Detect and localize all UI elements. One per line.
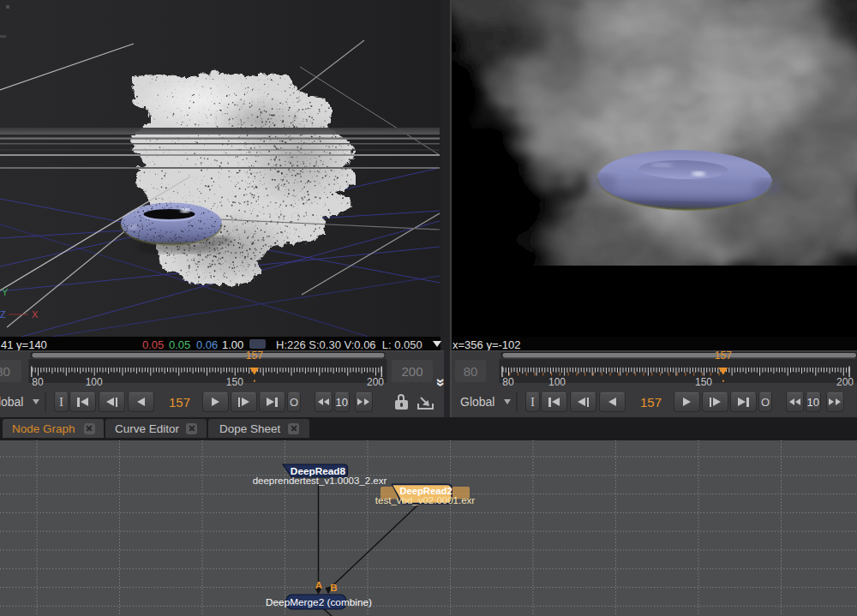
svg-text:X: X bbox=[32, 309, 39, 320]
svg-text:B: B bbox=[330, 583, 337, 593]
svg-text:test_vbd_v02.0001.exr: test_vbd_v02.0001.exr bbox=[375, 495, 476, 505]
svg-text:deeprendertest_v1.0003_2.exr: deeprendertest_v1.0003_2.exr bbox=[253, 475, 387, 486]
svg-text:200: 200 bbox=[836, 376, 854, 388]
svg-text:A: A bbox=[315, 580, 322, 590]
svg-text:150: 150 bbox=[226, 376, 243, 388]
svg-text:DeepMerge2 (combine): DeepMerge2 (combine) bbox=[266, 596, 372, 608]
svg-text:157: 157 bbox=[246, 350, 263, 362]
svg-text:157: 157 bbox=[715, 350, 732, 362]
svg-text:80: 80 bbox=[32, 376, 44, 388]
svg-text:Y: Y bbox=[2, 287, 9, 297]
svg-text:100: 100 bbox=[86, 376, 103, 388]
svg-text:100: 100 bbox=[548, 376, 566, 388]
svg-text:150: 150 bbox=[695, 376, 712, 388]
svg-text:200: 200 bbox=[367, 376, 384, 388]
svg-text:80: 80 bbox=[502, 376, 514, 388]
svg-text:Z: Z bbox=[0, 309, 6, 320]
